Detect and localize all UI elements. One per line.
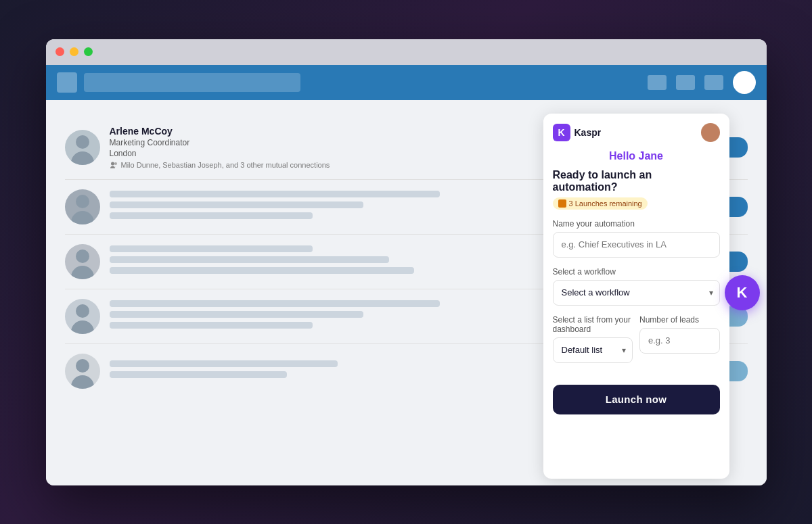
browser-nav-icon-3[interactable]: [704, 75, 723, 90]
main-content: Arlene McCoy Marketing Coordinator Londo…: [46, 100, 767, 485]
avatar: [65, 354, 100, 389]
browser-window: Arlene McCoy Marketing Coordinator Londo…: [46, 39, 767, 485]
minimize-button[interactable]: [70, 47, 78, 56]
mutual-icon: [110, 161, 118, 170]
list-label: Select a list from your dashboard: [553, 315, 633, 334]
address-bar[interactable]: [84, 73, 300, 92]
skeleton-title: [110, 311, 364, 318]
skeleton-name: [110, 300, 440, 307]
avatar: [65, 189, 100, 224]
skeleton-name: [110, 360, 338, 367]
bottom-fields: Select a list from your dashboard Defaul…: [553, 315, 720, 373]
mutual-connections: Milo Dunne, Sebastian Joseph, and 3 othe…: [110, 161, 618, 170]
avatar: [65, 130, 100, 165]
titlebar: [46, 39, 767, 65]
list-select[interactable]: Default list List 1 List 2: [553, 337, 633, 363]
skeleton-title: [110, 201, 364, 208]
list-select-wrapper: Default list List 1 List 2 ▾: [553, 337, 633, 363]
avatar: [65, 299, 100, 334]
kaspr-greeting: Hello Jane: [543, 147, 729, 169]
skeleton-location: [110, 212, 313, 219]
launch-now-button[interactable]: Launch now: [553, 385, 720, 414]
launches-badge: 3 Launches remaining: [553, 197, 648, 210]
skeleton-title: [110, 371, 288, 378]
leads-label: Number of leads: [639, 315, 720, 325]
browser-profile-avatar[interactable]: [733, 71, 756, 94]
kaspr-header: K Kaspr: [543, 114, 729, 147]
avatar: [65, 244, 100, 279]
skeleton-sub: [110, 267, 415, 274]
skeleton-name: [110, 245, 313, 252]
kaspr-logo: K Kaspr: [553, 124, 602, 141]
person-title: Marketing Coordinator: [110, 138, 618, 147]
person-info: Arlene McCoy Marketing Coordinator Londo…: [110, 126, 618, 170]
leads-field-group: Number of leads: [639, 315, 720, 373]
automation-name-label: Name your automation: [553, 219, 720, 229]
launches-text: 3 Launches remaining: [569, 199, 642, 208]
workflow-select[interactable]: Select a workflow Workflow 1 Workflow 2: [553, 280, 720, 306]
skeleton-title: [110, 256, 389, 263]
person-info: [110, 360, 618, 382]
kaspr-float-icon: K: [737, 284, 748, 302]
maximize-button[interactable]: [84, 47, 93, 56]
kaspr-brand-name: Kaspr: [574, 127, 602, 138]
browser-actions: [648, 71, 756, 94]
automation-name-input[interactable]: [553, 232, 720, 258]
person-info: [110, 245, 618, 278]
skeleton-sub: [110, 322, 313, 329]
person-name: Arlene McCoy: [110, 126, 618, 137]
browser-nav-icon-2[interactable]: [676, 75, 695, 90]
svg-point-0: [111, 162, 114, 165]
kaspr-user-avatar[interactable]: [701, 123, 720, 142]
kaspr-panel: K Kaspr Hello Jane Ready to launch an au…: [543, 114, 729, 479]
leads-number-input[interactable]: [639, 328, 720, 354]
list-field-group: Select a list from your dashboard Defaul…: [553, 315, 633, 373]
launches-icon: [558, 199, 566, 208]
person-location: London: [110, 149, 618, 158]
svg-point-1: [114, 162, 117, 165]
workflow-label: Select a workflow: [553, 267, 720, 277]
browser-nav-icon-1[interactable]: [648, 75, 667, 90]
kaspr-k-icon: K: [553, 124, 570, 141]
close-button[interactable]: [55, 47, 64, 56]
browser-logo: [57, 72, 77, 93]
browser-toolbar: [46, 65, 767, 100]
workflow-select-wrapper: Select a workflow Workflow 1 Workflow 2 …: [553, 280, 720, 306]
kaspr-heading: Ready to launch an automation?: [553, 169, 720, 193]
kaspr-body: Ready to launch an automation? 3 Launche…: [543, 169, 729, 479]
person-info: [110, 191, 618, 223]
kaspr-floating-button[interactable]: K: [725, 275, 760, 310]
skeleton-name: [110, 191, 440, 197]
mutual-text: Milo Dunne, Sebastian Joseph, and 3 othe…: [121, 161, 330, 169]
person-info: [110, 300, 618, 333]
